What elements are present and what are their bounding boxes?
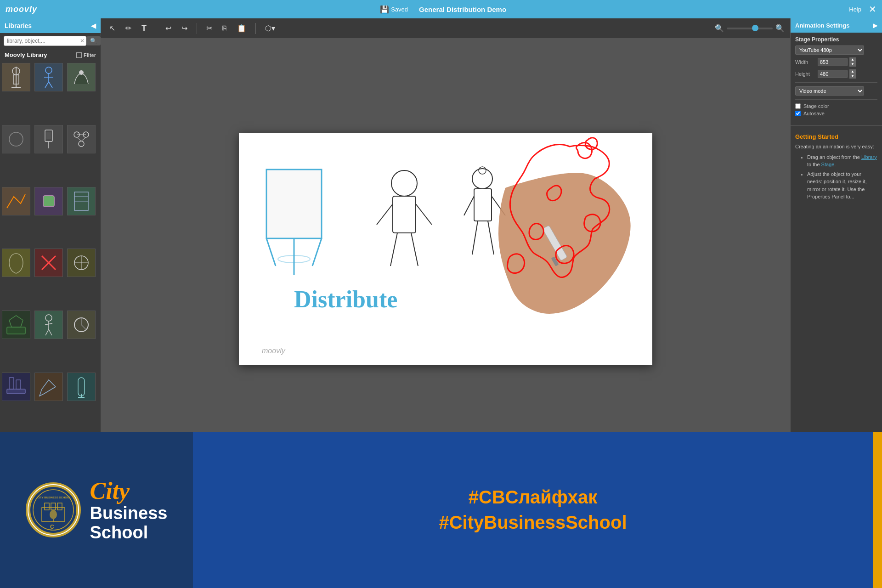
preset-row: YouTube 480p <box>795 45 877 55</box>
svg-line-33 <box>45 329 49 335</box>
width-down-button[interactable]: ▼ <box>849 62 856 67</box>
export-button[interactable]: ⬡▾ <box>262 22 278 34</box>
zoom-in-icon[interactable]: 🔍 <box>775 24 785 33</box>
search-button[interactable]: 🔍 <box>86 36 101 45</box>
zoom-out-icon[interactable]: 🔍 <box>715 24 724 33</box>
hashtags-area: #CBСлайфхак #CityBusinessSchool <box>193 432 873 588</box>
list-item[interactable] <box>67 63 96 91</box>
stage-link[interactable]: Stage <box>821 162 835 167</box>
list-item[interactable] <box>67 249 96 277</box>
brush-tool-button[interactable]: ✏ <box>123 22 134 34</box>
list-item[interactable] <box>67 125 96 153</box>
zoom-thumb[interactable] <box>752 25 758 31</box>
width-row: Width ▲ ▼ <box>795 57 877 67</box>
list-item[interactable] <box>67 373 96 401</box>
copy-button[interactable]: ⎘ <box>220 23 230 34</box>
text-tool-button[interactable]: T <box>139 22 149 35</box>
list-item[interactable] <box>2 187 30 215</box>
list-item[interactable] <box>2 249 30 277</box>
height-down-button[interactable]: ▼ <box>849 74 856 79</box>
saved-label: Saved <box>391 6 408 13</box>
overlay-banner: C CITY BUSINESS SCHOOL City Business Sch… <box>0 432 882 588</box>
divider <box>795 82 877 83</box>
close-button[interactable]: ✕ <box>869 4 876 15</box>
paste-button[interactable]: 📋 <box>234 22 249 34</box>
list-item[interactable] <box>34 125 63 153</box>
svg-rect-39 <box>78 378 85 396</box>
svg-point-30 <box>45 315 52 321</box>
redo-button[interactable]: ↪ <box>179 22 190 34</box>
filter-button[interactable]: Filter <box>76 52 96 58</box>
svg-line-17 <box>77 137 81 141</box>
toolbar: ↖ ✏ T ↩ ↪ ✂ ⎘ 📋 ⬡▾ 🔍 🔍 <box>101 18 790 39</box>
filter-label: Filter <box>84 52 96 58</box>
list-item[interactable] <box>34 187 63 215</box>
width-label: Width <box>795 59 816 65</box>
getting-started-intro: Creating an animation is very easy: <box>795 143 877 151</box>
anim-settings-title: Animation Settings <box>795 22 849 29</box>
collapse-right-icon[interactable]: ▶ <box>873 22 877 29</box>
svg-rect-50 <box>266 170 322 238</box>
width-spinners: ▲ ▼ <box>849 57 856 67</box>
preset-select[interactable]: YouTube 480p <box>795 45 864 55</box>
filter-checkbox-icon <box>76 52 82 58</box>
canvas-area[interactable]: Distribute <box>101 39 790 459</box>
school-word: School <box>90 523 168 543</box>
business-word: Business <box>90 504 168 523</box>
help-label[interactable]: Help <box>849 6 861 13</box>
svg-point-9 <box>79 70 84 75</box>
zoom-bar: 🔍 🔍 <box>715 24 785 33</box>
library-link[interactable]: Library <box>861 154 877 160</box>
canvas-drawing: Distribute <box>239 133 652 365</box>
svg-line-8 <box>49 82 52 88</box>
video-mode-row: Video mode <box>795 86 877 96</box>
libraries-title: Libraries <box>5 22 32 29</box>
list-item[interactable] <box>34 373 63 401</box>
svg-point-4 <box>45 67 52 74</box>
height-up-button[interactable]: ▲ <box>849 69 856 74</box>
topbar-center: 💾 Saved General Distribution Demo <box>380 5 506 14</box>
getting-started-title: Getting Started <box>795 133 877 140</box>
list-item[interactable] <box>34 311 63 339</box>
list-item[interactable] <box>2 311 30 339</box>
clear-icon[interactable]: ✕ <box>80 38 85 44</box>
cut-button[interactable]: ✂ <box>204 22 215 34</box>
top-bar: moovly 💾 Saved General Distribution Demo… <box>0 0 882 18</box>
stage-color-checkbox[interactable] <box>795 103 801 109</box>
svg-text:moovly: moovly <box>262 347 286 355</box>
canvas-content: Distribute <box>239 133 652 365</box>
app-logo: moovly <box>6 5 37 14</box>
width-up-button[interactable]: ▲ <box>849 57 856 62</box>
list-item[interactable] <box>2 63 30 91</box>
zoom-slider[interactable] <box>727 28 773 29</box>
step-1: Drag an object from the Library to the S… <box>807 153 877 169</box>
search-input[interactable] <box>4 36 86 46</box>
stage-properties-section: Stage Properties YouTube 480p Width ▲ ▼ … <box>791 33 882 122</box>
autosave-row: Autosave <box>795 111 877 116</box>
width-input[interactable] <box>818 58 848 66</box>
hashtag-2: #CityBusinessSchool <box>439 512 627 533</box>
list-item[interactable] <box>34 249 63 277</box>
svg-rect-36 <box>7 389 25 394</box>
height-spinners: ▲ ▼ <box>849 69 856 79</box>
moovly-library-section: Moovly Library Filter <box>0 49 101 61</box>
list-item[interactable] <box>2 373 30 401</box>
overlay-accent-bar <box>873 432 882 588</box>
animation-settings-header: Animation Settings ▶ <box>791 18 882 33</box>
undo-button[interactable]: ↩ <box>163 22 174 34</box>
height-input[interactable] <box>818 70 848 78</box>
step-2: Adjust the object to your needs: positio… <box>807 170 877 201</box>
svg-rect-12 <box>46 132 51 139</box>
list-item[interactable] <box>67 187 96 215</box>
video-mode-select[interactable]: Video mode <box>795 86 864 96</box>
list-item[interactable] <box>67 311 96 339</box>
autosave-checkbox[interactable] <box>795 111 801 116</box>
svg-rect-38 <box>16 380 21 389</box>
list-item[interactable] <box>34 63 63 91</box>
svg-line-18 <box>81 137 86 141</box>
list-item[interactable] <box>2 125 30 153</box>
select-tool-button[interactable]: ↖ <box>107 22 118 34</box>
divider2 <box>795 99 877 100</box>
getting-started-section: Getting Started Creating an animation is… <box>791 130 882 206</box>
collapse-icon[interactable]: ◀ <box>91 22 96 29</box>
